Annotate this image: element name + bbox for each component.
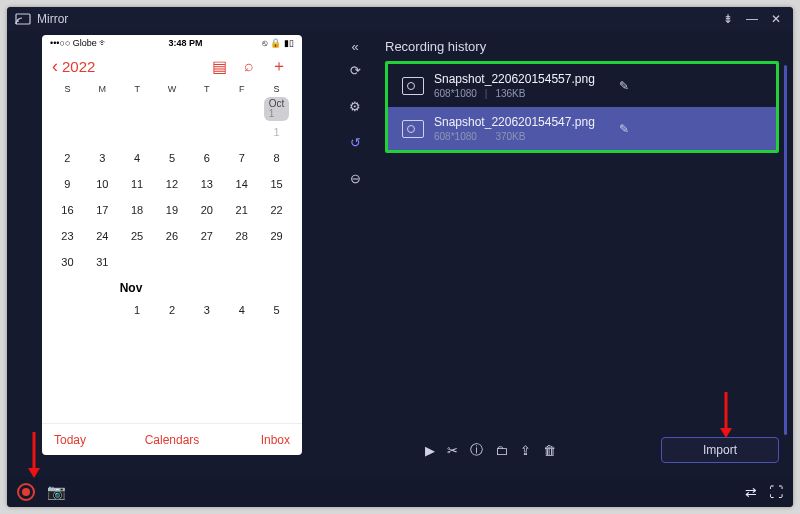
titlebar: Mirror ⇟ — ✕ [7,7,793,31]
file-meta: 608*1080|370KB [434,131,595,142]
minimize-button[interactable]: — [743,10,761,28]
calendar-grid[interactable]: Oct1 12345678910111213141516171819202122… [42,97,302,423]
image-icon [402,120,424,138]
today-button[interactable]: Today [42,433,112,447]
list-icon[interactable]: ▤ [206,57,232,76]
add-icon[interactable]: ＋ [266,56,292,77]
import-button[interactable]: Import [661,437,779,463]
inbox-button[interactable]: Inbox [232,433,302,447]
right-panel: « ⟳ ⚙ ↺ ⊖ Recording history Snapshot_220… [337,31,793,477]
back-icon[interactable]: ‹ [52,57,58,75]
pin-button[interactable]: ⇟ [719,10,737,28]
toggle-icon[interactable]: ⇄ [745,484,757,500]
signal-icon: •••○○ [50,38,70,48]
fullscreen-icon[interactable]: ⛶ [769,484,783,500]
dow: T [120,84,155,94]
edit-icon[interactable]: ✎ [619,79,629,93]
info-icon[interactable]: ⓘ [470,441,483,459]
history-icon[interactable]: ↺ [344,131,366,153]
carrier-label: Globe [73,38,97,48]
year-label[interactable]: 2022 [62,58,95,75]
edit-icon[interactable]: ✎ [619,122,629,136]
dow: M [85,84,120,94]
side-iconbar: ⟳ ⚙ ↺ ⊖ [337,59,373,189]
phone-panel: •••○○ Globe ᯤ 3:48 PM ⎋ 🔒 ▮▯ ‹ 2022 [7,31,337,477]
remove-icon[interactable]: ⊖ [344,167,366,189]
panel-title: Recording history [385,39,486,54]
dow: T [189,84,224,94]
settings-icon[interactable]: ⚙ [344,95,366,117]
play-icon[interactable]: ▶ [425,443,435,458]
dow: W [155,84,190,94]
delete-icon[interactable]: 🗑 [543,443,556,458]
record-button[interactable] [17,483,35,501]
dow: F [224,84,259,94]
dow: S [259,84,294,94]
file-toolbar: ▶ ✂ ⓘ 🗀 ⇪ 🗑 Import [425,437,779,463]
clock-label: 3:48 PM [108,38,262,48]
refresh-icon[interactable]: ⟳ [344,59,366,81]
search-icon[interactable]: ⌕ [236,57,262,75]
scrollbar[interactable] [784,65,787,435]
close-button[interactable]: ✕ [767,10,785,28]
weekday-row: S M T W T F S [42,81,302,97]
calendar-nav: ‹ 2022 ▤ ⌕ ＋ [42,51,302,81]
file-name: Snapshot_220620154557.png [434,72,595,86]
phone-statusbar: •••○○ Globe ᯤ 3:48 PM ⎋ 🔒 ▮▯ [42,35,302,51]
phone-tabbar: Today Calendars Inbox [42,423,302,455]
cut-icon[interactable]: ✂ [447,443,458,458]
app-title: Mirror [37,12,68,26]
image-icon [402,77,424,95]
dow: S [50,84,85,94]
month2-label: Nov [120,275,155,297]
list-item[interactable]: Snapshot_220620154557.png 608*1080|136KB… [388,64,776,107]
share-icon[interactable]: ⇪ [520,443,531,458]
cast-icon [15,13,31,25]
file-meta: 608*1080|136KB [434,88,595,99]
bottom-bar: 📷 ⇄ ⛶ [7,477,793,507]
calendars-button[interactable]: Calendars [112,433,232,447]
battery-icon: ▮▯ [284,38,294,48]
status-extras: ⎋ 🔒 [262,38,281,48]
collapse-icon[interactable]: « [337,39,373,54]
main-area: •••○○ Globe ᯤ 3:48 PM ⎋ 🔒 ▮▯ ‹ 2022 [7,31,793,477]
app-window: Mirror ⇟ — ✕ •••○○ Globe ᯤ 3:48 PM ⎋ 🔒 [7,7,793,507]
file-name: Snapshot_220620154547.png [434,115,595,129]
snapshot-button[interactable]: 📷 [47,483,66,501]
list-item[interactable]: Snapshot_220620154547.png 608*1080|370KB… [388,107,776,150]
folder-icon[interactable]: 🗀 [495,443,508,458]
wifi-icon: ᯤ [99,38,108,48]
phone-screen[interactable]: •••○○ Globe ᯤ 3:48 PM ⎋ 🔒 ▮▯ ‹ 2022 [42,35,302,455]
month-chip: Oct1 [264,97,290,121]
recording-list: Snapshot_220620154557.png 608*1080|136KB… [385,61,779,153]
